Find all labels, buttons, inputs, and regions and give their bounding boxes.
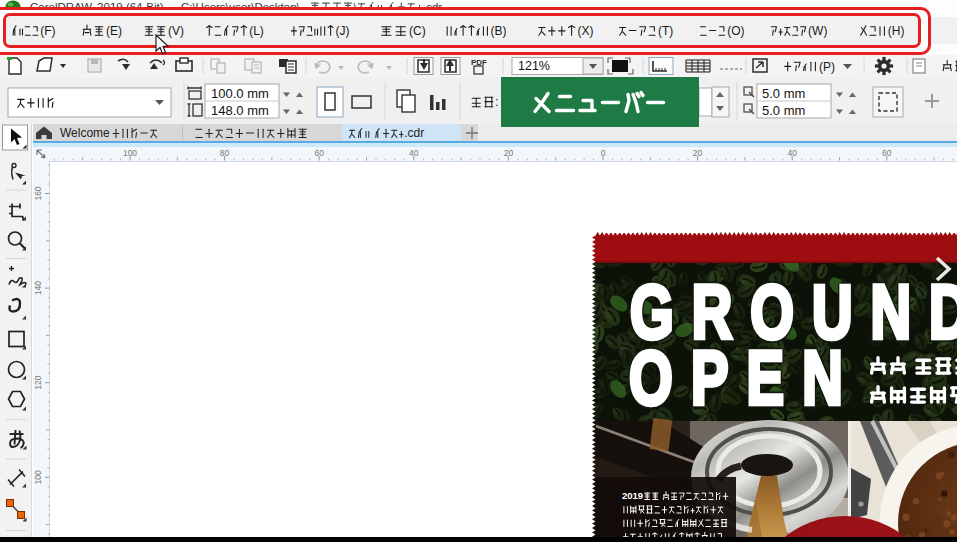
svg-text:(T): (T) — [658, 24, 673, 38]
svg-text:(W): (W) — [808, 24, 827, 38]
svg-text:(J): (J) — [336, 24, 350, 38]
svg-text:(X): (X) — [578, 24, 594, 38]
svg-text:40: 40 — [409, 148, 419, 158]
svg-text:120: 120 — [33, 375, 43, 389]
svg-text:(C): (C) — [409, 24, 426, 38]
svg-text:(O): (O) — [727, 24, 744, 38]
svg-text:(H): (H) — [888, 24, 905, 38]
svg-text:60: 60 — [314, 148, 324, 158]
svg-text:160: 160 — [33, 186, 43, 200]
svg-text:80: 80 — [220, 148, 230, 158]
svg-text:100: 100 — [123, 148, 137, 158]
svg-text:5.0 mm: 5.0 mm — [762, 103, 805, 118]
svg-text:20: 20 — [504, 148, 514, 158]
svg-text:0: 0 — [601, 148, 606, 158]
svg-text:100: 100 — [33, 470, 43, 484]
svg-text::: : — [495, 95, 498, 109]
svg-text:2019: 2019 — [622, 490, 643, 501]
svg-text:100.0 mm: 100.0 mm — [211, 86, 269, 101]
svg-text:40: 40 — [787, 148, 797, 158]
svg-text:5.0 mm: 5.0 mm — [762, 86, 805, 101]
svg-text:148.0 mm: 148.0 mm — [211, 103, 269, 118]
svg-text:(B): (B) — [491, 24, 507, 38]
svg-text:(E): (E) — [106, 24, 122, 38]
svg-text:(P): (P) — [819, 60, 835, 74]
svg-text:140: 140 — [33, 281, 43, 295]
svg-text:(L): (L) — [249, 24, 264, 38]
svg-text:Welcome: Welcome — [60, 126, 110, 140]
svg-text:.cdr: .cdr — [404, 126, 424, 140]
svg-text:20: 20 — [693, 148, 703, 158]
svg-text:60: 60 — [882, 148, 892, 158]
svg-text:(F): (F) — [40, 24, 55, 38]
svg-text:121%: 121% — [518, 59, 550, 73]
